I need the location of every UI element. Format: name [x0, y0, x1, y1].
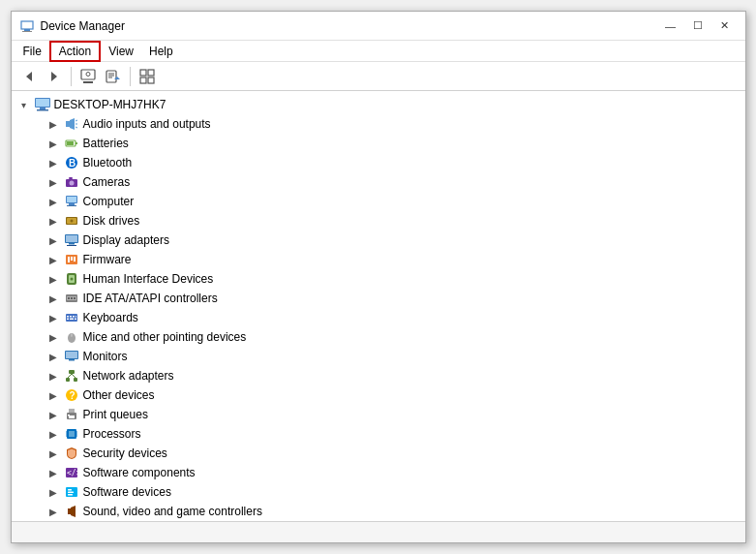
- window-title: Device Manager: [41, 19, 658, 33]
- tree-item-sound[interactable]: ▶Sound, video and game controllers: [15, 502, 745, 521]
- svg-rect-27: [67, 141, 74, 145]
- maximize-button[interactable]: ☐: [685, 16, 711, 36]
- show-all-button[interactable]: [136, 65, 159, 88]
- svg-point-51: [70, 278, 73, 281]
- svg-rect-55: [71, 297, 73, 299]
- tree-item-security[interactable]: ▶Security devices: [15, 444, 745, 463]
- tree-root-container: ▾ DESKTOP-MHJ7HK7 ▶Audio inputs and outp…: [12, 95, 745, 521]
- tree-item-print[interactable]: ▶Print queues: [15, 405, 745, 424]
- device-icon-softcomp: </>: [64, 465, 79, 480]
- device-label-proc: Processors: [83, 427, 141, 441]
- svg-rect-46: [68, 257, 70, 262]
- expand-icon-ide: ▶: [46, 292, 60, 305]
- svg-rect-81: [68, 415, 70, 416]
- close-button[interactable]: ✕: [712, 16, 738, 36]
- menu-file[interactable]: File: [15, 43, 49, 60]
- svg-rect-36: [69, 203, 75, 205]
- device-icon-keyboards: [64, 310, 79, 325]
- expand-icon-bluetooth: ▶: [46, 156, 60, 169]
- tree-item-cameras[interactable]: ▶Cameras: [15, 172, 745, 192]
- tree-item-ide[interactable]: ▶IDE ATA/ATAPI controllers: [15, 289, 745, 308]
- tree-item-softdev[interactable]: ▶Software devices: [15, 482, 745, 502]
- device-icon-computer: [64, 194, 79, 209]
- menu-help[interactable]: Help: [141, 43, 181, 60]
- svg-rect-37: [67, 205, 76, 206]
- device-icon-security: [64, 446, 79, 461]
- device-label-cameras: Cameras: [83, 175, 131, 189]
- tree-item-softcomp[interactable]: ▶</>Software components: [15, 463, 745, 482]
- menu-view[interactable]: View: [101, 43, 141, 60]
- menu-action[interactable]: Action: [49, 41, 101, 62]
- svg-point-7: [86, 72, 90, 76]
- svg-rect-19: [40, 108, 45, 109]
- properties-button[interactable]: [76, 65, 100, 88]
- device-icon-print: [64, 407, 79, 422]
- svg-line-75: [72, 374, 76, 378]
- tree-item-bluetooth[interactable]: ▶BBluetooth: [15, 153, 745, 172]
- device-icon-softdev: [64, 484, 79, 500]
- svg-rect-62: [67, 319, 69, 321]
- tree-item-other[interactable]: ▶?Other devices: [15, 385, 745, 405]
- svg-rect-0: [21, 21, 33, 29]
- expand-icon-print: ▶: [46, 408, 60, 421]
- title-bar: Device Manager — ☐ ✕: [12, 12, 745, 41]
- device-label-disk: Disk drives: [83, 214, 140, 228]
- device-icon-display: [64, 232, 79, 248]
- device-icon-firmware: [64, 252, 79, 267]
- device-icon-network: [64, 368, 79, 384]
- tree-item-firmware[interactable]: ▶Firmware: [15, 250, 745, 269]
- tree-item-hid[interactable]: ▶Human Interface Devices: [15, 269, 745, 289]
- expand-icon-audio: ▶: [46, 117, 60, 131]
- tree-item-proc[interactable]: ▶Processors: [15, 424, 745, 444]
- expand-icon-security: ▶: [46, 446, 60, 460]
- device-icon-monitors: [64, 349, 79, 364]
- expand-icon-softdev: ▶: [46, 485, 60, 499]
- svg-rect-8: [106, 71, 116, 82]
- device-label-sound: Sound, video and game controllers: [83, 505, 262, 518]
- tree-item-disk[interactable]: ▶Disk drives: [15, 211, 745, 231]
- svg-rect-95: [68, 494, 73, 496]
- tree-item-batteries[interactable]: ▶Batteries: [15, 134, 745, 153]
- expand-icon-network: ▶: [46, 369, 60, 383]
- svg-rect-63: [70, 319, 74, 321]
- svg-rect-2: [22, 31, 32, 32]
- svg-rect-16: [148, 77, 154, 83]
- tree-item-computer[interactable]: ▶Computer: [15, 192, 745, 211]
- status-bar: [12, 521, 745, 542]
- svg-rect-60: [73, 316, 75, 318]
- root-computer-icon: [35, 97, 50, 112]
- root-expand-icon: ▾: [17, 98, 31, 111]
- device-tree: ▾ DESKTOP-MHJ7HK7 ▶Audio inputs and outp…: [12, 91, 745, 521]
- tree-item-display[interactable]: ▶Display adapters: [15, 231, 745, 250]
- svg-rect-70: [69, 359, 75, 361]
- tree-item-network[interactable]: ▶Network adapters: [15, 366, 745, 385]
- tree-item-audio[interactable]: ▶Audio inputs and outputs: [15, 114, 745, 134]
- expand-icon-monitors: ▶: [46, 350, 60, 363]
- svg-marker-22: [70, 118, 75, 130]
- device-label-keyboards: Keyboards: [83, 311, 138, 324]
- tree-item-keyboards[interactable]: ▶Keyboards: [15, 308, 745, 327]
- device-icon-bluetooth: B: [64, 155, 79, 170]
- forward-button[interactable]: [43, 65, 66, 88]
- expand-icon-mice: ▶: [46, 330, 60, 344]
- device-label-display: Display adapters: [83, 233, 169, 247]
- device-label-bluetooth: Bluetooth: [83, 156, 133, 169]
- expand-icon-hid: ▶: [46, 272, 60, 286]
- device-label-batteries: Batteries: [83, 137, 129, 150]
- device-label-firmware: Firmware: [83, 253, 132, 266]
- update-driver-button[interactable]: [102, 65, 125, 88]
- svg-rect-5: [81, 70, 95, 79]
- tree-item-monitors[interactable]: ▶Monitors: [15, 347, 745, 366]
- expand-icon-proc: ▶: [46, 427, 60, 441]
- back-button[interactable]: [17, 65, 41, 88]
- expand-icon-keyboards: ▶: [46, 311, 60, 324]
- device-icon-mice: [64, 329, 79, 345]
- tree-item-mice[interactable]: ▶Mice and other pointing devices: [15, 327, 745, 347]
- root-label: DESKTOP-MHJ7HK7: [54, 98, 166, 111]
- device-manager-window: Device Manager — ☐ ✕ File Action View He…: [11, 11, 746, 543]
- svg-rect-54: [68, 297, 70, 299]
- minimize-button[interactable]: —: [658, 16, 683, 36]
- svg-rect-1: [24, 29, 30, 31]
- tree-root-item[interactable]: ▾ DESKTOP-MHJ7HK7: [15, 95, 745, 114]
- expand-icon-batteries: ▶: [46, 137, 60, 150]
